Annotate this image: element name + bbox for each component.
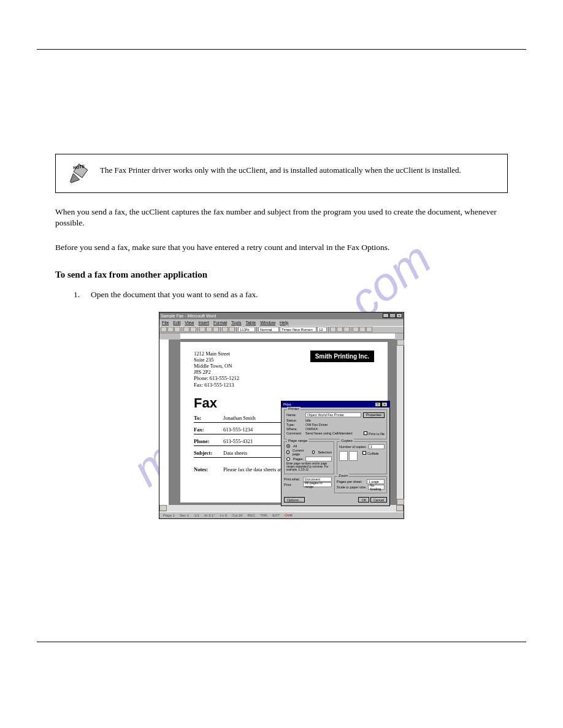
tb-open[interactable] — [167, 327, 174, 332]
zoom-combo[interactable]: 113% — [238, 327, 255, 332]
word-statusbar: Page 1 Sec 1 1/1 At 3.1" Ln 9 Col 20 REC… — [159, 512, 404, 518]
copies-group: Copies Number of copies:1 Collate — [337, 441, 387, 475]
manual-page: manualshive.com NOTE The Fax Printer dri… — [0, 0, 563, 728]
step-number: 1. — [74, 290, 91, 300]
tb-new[interactable] — [161, 327, 167, 332]
sender-address: 1212 Main Street Suite 235 Middle Town, … — [194, 351, 239, 388]
window-title: Sample Fax - Microsoft Word — [161, 314, 216, 318]
menu-format[interactable]: Format — [213, 320, 227, 325]
menu-view[interactable]: View — [185, 320, 194, 325]
tb-italic[interactable] — [337, 327, 343, 332]
scroll-down-arrow[interactable] — [397, 499, 404, 505]
step-text: Open the document that you want to send … — [91, 290, 258, 299]
collate-preview-icon — [339, 451, 348, 461]
close-button[interactable]: × — [396, 313, 402, 318]
step-1: 1.Open the document that you want to sen… — [74, 290, 508, 300]
range-all-radio[interactable] — [286, 444, 290, 448]
cancel-button[interactable]: Cancel — [370, 497, 387, 502]
note-callout: NOTE The Fax Printer driver works only w… — [55, 154, 508, 193]
bottom-rule — [37, 642, 526, 642]
vertical-ruler — [159, 339, 169, 505]
word-titlebar: Sample Fax - Microsoft Word _ □ × — [159, 313, 404, 319]
properties-button[interactable]: Properties — [363, 412, 385, 418]
tb-align-center[interactable] — [359, 327, 366, 332]
menu-window[interactable]: Window — [260, 320, 275, 325]
menu-tools[interactable]: Tools — [231, 320, 241, 325]
top-rule — [37, 49, 526, 50]
print-close-button[interactable]: × — [381, 402, 388, 407]
tb-align-left[interactable] — [353, 327, 359, 332]
scroll-left-arrow[interactable] — [159, 505, 167, 511]
menu-file[interactable]: File — [162, 320, 169, 325]
section-heading: To send a fax from another application — [55, 270, 508, 280]
font-combo[interactable]: Times New Roman — [280, 327, 316, 332]
zoom-group: Zoom Pages per sheet:1 page Scale to pap… — [334, 476, 387, 493]
window-buttons: _ □ × — [383, 313, 402, 318]
style-combo[interactable]: Normal — [258, 327, 279, 332]
print-dialog: Print ?× Printer Name:Object World Fax P… — [281, 401, 390, 507]
print-range-combo[interactable]: All pages in range — [303, 482, 332, 487]
options-button[interactable]: Options... — [284, 497, 305, 502]
word-screenshot: Sample Fax - Microsoft Word _ □ × File E… — [159, 312, 404, 519]
range-selection-radio[interactable] — [312, 450, 315, 454]
document-area: 1212 Main Street Suite 235 Middle Town, … — [159, 339, 404, 505]
collate-check[interactable] — [362, 451, 366, 455]
menu-edit[interactable]: Edit — [173, 320, 180, 325]
maximize-button[interactable]: □ — [389, 313, 396, 318]
page-range-group: Page range All Current page Selection Pa… — [284, 441, 334, 475]
print-dialog-title: Print — [283, 403, 291, 406]
note-text: The Fax Printer driver works only with t… — [100, 163, 461, 176]
printer-group: Printer Name:Object World Fax PrinterPro… — [284, 409, 387, 439]
tb-undo[interactable] — [222, 327, 228, 332]
tb-save[interactable] — [174, 327, 180, 332]
menu-table[interactable]: Table — [245, 320, 256, 325]
scroll-up-arrow[interactable] — [397, 339, 404, 346]
menu-help[interactable]: Help — [280, 320, 288, 325]
note-pencil-icon: NOTE — [68, 163, 89, 184]
scale-combo[interactable]: No Scaling — [368, 485, 385, 490]
range-pages-radio[interactable] — [286, 457, 290, 461]
company-logo: Smith Printing Inc. — [310, 351, 374, 362]
print-to-file-check[interactable] — [364, 431, 367, 435]
copies-spinner[interactable]: 1 — [369, 444, 385, 449]
range-hint: Enter page numbers and/or page ranges se… — [286, 463, 332, 472]
vertical-scrollbar[interactable] — [396, 339, 404, 505]
printer-name-combo[interactable]: Object World Fax Printer — [305, 412, 361, 417]
tb-preview[interactable] — [190, 327, 196, 332]
tb-underline[interactable] — [343, 327, 350, 332]
print-help-button[interactable]: ? — [375, 402, 381, 407]
minimize-button[interactable]: _ — [383, 313, 389, 318]
pages-input[interactable] — [305, 457, 332, 461]
tb-bold[interactable] — [330, 327, 336, 332]
word-toolbar: 113% Normal Times New Roman 12 — [159, 326, 404, 333]
tb-align-right[interactable] — [366, 327, 372, 332]
scroll-right-arrow[interactable] — [396, 505, 404, 511]
tb-redo[interactable] — [229, 327, 235, 332]
menu-insert[interactable]: Insert — [198, 320, 209, 325]
paragraph-1: When you send a fax, the ucClient captur… — [55, 207, 508, 229]
range-current-radio[interactable] — [286, 450, 289, 454]
word-menubar: File Edit View Insert Format Tools Table… — [159, 319, 404, 326]
size-combo[interactable]: 12 — [317, 327, 327, 332]
tb-copy[interactable] — [206, 327, 212, 332]
paragraph-2: Before you send a fax, make sure that yo… — [55, 242, 508, 253]
ok-button[interactable]: OK — [358, 497, 369, 502]
horizontal-ruler — [180, 333, 395, 339]
tb-cut[interactable] — [199, 327, 205, 332]
document-page: 1212 Main Street Suite 235 Middle Town, … — [180, 342, 388, 502]
tb-print[interactable] — [183, 327, 190, 332]
tb-paste[interactable] — [213, 327, 219, 332]
